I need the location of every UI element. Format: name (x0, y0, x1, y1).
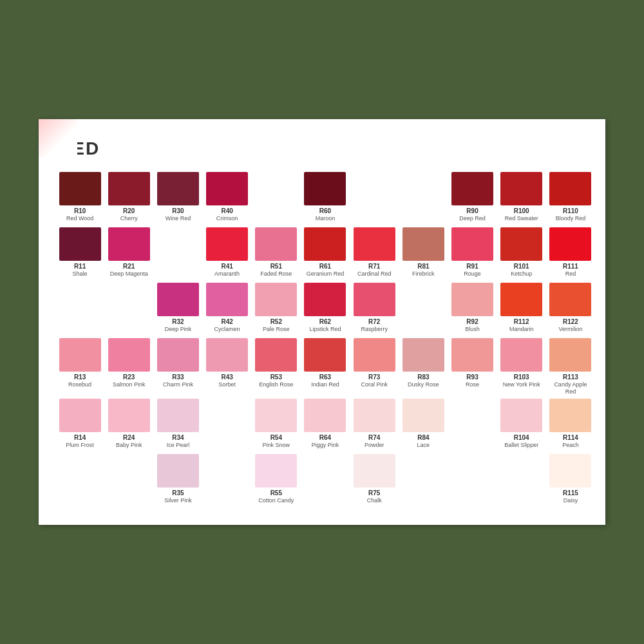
color-name: Salmon Pink (113, 381, 146, 388)
color-cell (107, 454, 149, 506)
color-swatch (304, 172, 346, 205)
color-cell: R34Ice Pearl (156, 399, 200, 449)
color-name: Ballet Slipper (504, 442, 538, 449)
color-name: Firebrick (412, 270, 435, 278)
color-code: R41 (221, 263, 232, 270)
color-swatch (206, 338, 248, 372)
color-swatch (206, 283, 248, 316)
color-name: Amaranth (214, 270, 240, 278)
color-cell (58, 454, 100, 506)
color-swatch (59, 338, 101, 372)
color-name: English Rose (259, 381, 293, 388)
color-name: Blush (465, 326, 480, 333)
color-swatch (354, 227, 395, 261)
color-cell (401, 172, 443, 223)
color-code: R30 (172, 207, 184, 215)
color-cell: R91Rouge (450, 227, 494, 278)
color-code: R52 (270, 318, 282, 326)
color-cell (450, 399, 492, 450)
color-swatch (451, 227, 493, 261)
color-cell (352, 172, 394, 223)
color-code: R115 (563, 489, 578, 497)
color-swatch (108, 227, 150, 261)
color-name: Vermilion (558, 326, 582, 333)
color-cell: R114Peach (549, 399, 592, 449)
color-code: R62 (319, 318, 331, 326)
color-swatch (354, 283, 395, 316)
color-swatch (451, 338, 493, 372)
color-swatch (354, 338, 395, 372)
color-cell: R43Sorbet (205, 338, 249, 388)
color-name: Piggy Pink (312, 442, 339, 449)
color-cell: R60Maroon (303, 172, 347, 222)
color-swatch (549, 399, 591, 432)
color-code: R83 (417, 374, 429, 381)
color-code: R92 (466, 318, 478, 326)
color-cell (500, 454, 542, 506)
color-code: R114 (563, 434, 578, 442)
color-name: Plum Frost (66, 442, 94, 449)
color-name: Silver Pink (164, 497, 192, 504)
color-code: R91 (466, 263, 478, 270)
color-chart-card: RED R10Red WoodR20CherryR30Wine RedR40Cr… (39, 119, 605, 526)
color-swatch (549, 283, 591, 316)
color-code: R100 (514, 207, 529, 215)
color-swatch (59, 227, 101, 261)
color-name: Cotton Candy (258, 497, 294, 504)
color-swatch (59, 172, 101, 205)
color-code: R54 (270, 434, 282, 442)
color-cell: R74Powder (352, 399, 396, 449)
color-code: R13 (74, 374, 86, 381)
color-name: Geranium Red (307, 270, 345, 278)
color-cell: R21Deep Magenta (107, 227, 151, 278)
color-swatch (255, 227, 297, 261)
color-swatch (255, 338, 297, 372)
color-code: R81 (417, 263, 429, 270)
color-cell: R72Raspberry (352, 283, 396, 333)
color-cell: R115Daisy (549, 454, 592, 504)
color-code: R73 (368, 374, 380, 381)
color-cell: R61Geranium Red (303, 227, 347, 278)
color-name: Baby Pink (116, 442, 142, 449)
color-cell: R51Faded Rose (254, 227, 298, 278)
color-name: Charm Pink (163, 381, 193, 388)
color-name: Red Sweater (505, 215, 538, 222)
color-swatch (255, 283, 297, 316)
color-cell: R24Baby Pink (107, 399, 151, 449)
color-swatch (402, 338, 444, 372)
color-cell: R84Lace (401, 399, 445, 449)
color-cell: R30Wine Red (156, 172, 200, 222)
color-cell: R122Vermilion (549, 283, 592, 333)
color-code: R53 (270, 374, 282, 381)
color-code: R103 (514, 374, 529, 381)
color-name: Peach (562, 442, 579, 449)
color-cell: R23Salmon Pink (107, 338, 151, 388)
color-swatch (304, 283, 346, 316)
color-code: R42 (221, 318, 232, 326)
color-swatch (451, 283, 493, 316)
color-swatch (354, 454, 395, 488)
color-cell: R64Piggy Pink (303, 399, 347, 449)
color-swatch (304, 399, 346, 432)
color-swatch (255, 399, 297, 432)
color-cell: R81Firebrick (401, 227, 445, 278)
color-name: Deep Pink (165, 326, 192, 333)
color-cell: R52Pale Rose (254, 283, 298, 333)
color-name: Indian Red (311, 381, 339, 388)
color-code: R104 (514, 434, 529, 442)
color-swatch (108, 172, 150, 205)
color-cell (205, 399, 247, 450)
color-code: R21 (123, 263, 135, 270)
color-code: R71 (368, 263, 380, 270)
color-name: Sorbet (218, 381, 236, 388)
color-cell: R55Cotton Candy (254, 454, 298, 504)
color-name: Deep Red (459, 215, 486, 222)
color-code: R60 (319, 207, 331, 215)
color-code: R64 (319, 434, 331, 442)
color-code: R84 (417, 434, 429, 442)
color-swatch (500, 227, 542, 261)
color-name: Faded Rose (260, 270, 292, 278)
color-swatch (206, 172, 248, 205)
color-cell: R32Deep Pink (156, 283, 200, 333)
color-cell: R53English Rose (254, 338, 298, 388)
